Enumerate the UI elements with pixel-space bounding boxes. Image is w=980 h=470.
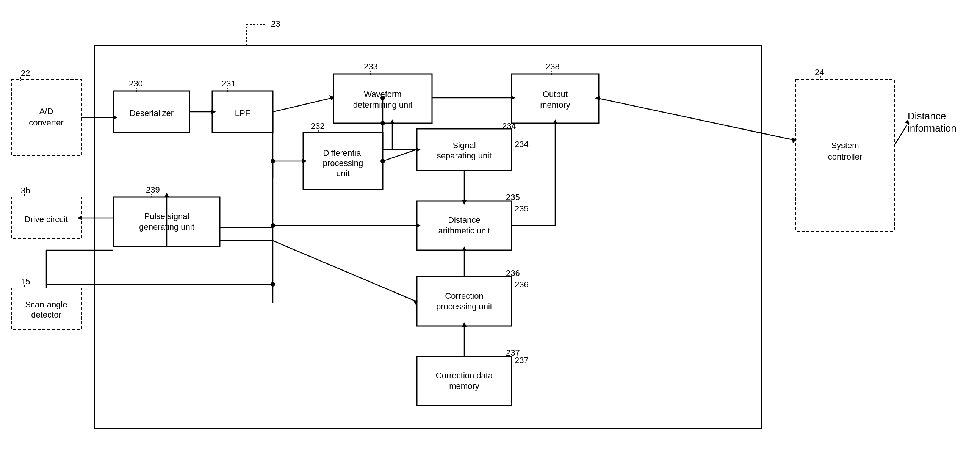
dist-arith-label1: Distance — [448, 215, 480, 225]
distance-info-label1: Distance — [908, 110, 946, 122]
ref-231: 231 — [222, 79, 236, 88]
corr-data-label1: Correction data — [436, 371, 493, 380]
ref-239: 239 — [146, 185, 160, 194]
drive-circuit-label: Drive circuit — [25, 215, 68, 224]
ref-23: 23 — [271, 19, 280, 29]
dist-arith-label2: arithmetic unit — [439, 226, 490, 235]
corr-proc-label1: Correction — [445, 291, 483, 301]
svg-marker-71 — [462, 246, 466, 251]
output-memory-label2: memory — [540, 100, 570, 110]
corr-proc-label2: processing unit — [436, 302, 492, 311]
ref-234-text: 234 — [515, 140, 529, 149]
sys-ctrl-label2: controller — [828, 152, 862, 161]
svg-marker-30 — [113, 115, 118, 120]
ad-converter-label2: converter — [29, 118, 64, 127]
ref-15: 15 — [21, 277, 30, 286]
svg-marker-38 — [302, 159, 307, 163]
svg-line-77 — [895, 125, 907, 144]
ref-24: 24 — [815, 67, 824, 77]
ref-238: 238 — [546, 62, 560, 71]
svg-marker-49 — [462, 200, 466, 205]
ref-3b: 3b — [21, 186, 30, 195]
svg-line-65 — [273, 241, 416, 301]
ref-230: 230 — [129, 79, 143, 88]
deserializer-label: Deserializer — [130, 108, 173, 118]
svg-line-33 — [273, 98, 333, 112]
ref-232: 232 — [311, 121, 325, 131]
svg-marker-40 — [511, 96, 515, 100]
ref-234: 234 — [502, 121, 516, 131]
svg-point-63 — [270, 223, 275, 228]
svg-marker-76 — [595, 96, 600, 100]
ref-235: 235 — [506, 193, 520, 202]
lpf-label: LPF — [235, 108, 250, 118]
ad-converter-label: A/D — [40, 107, 53, 116]
signal-sep-label2: separating unit — [437, 151, 492, 160]
ref-236: 236 — [506, 268, 520, 278]
distance-info-label2: information — [908, 123, 956, 134]
scan-angle-label2: detector — [31, 310, 61, 320]
ref-236-text: 236 — [515, 280, 529, 289]
signal-sep-label1: Signal — [452, 141, 476, 150]
svg-marker-51 — [77, 216, 82, 220]
svg-point-80 — [380, 121, 385, 126]
ref-237-text: 237 — [515, 355, 529, 365]
diff-label2: processing — [323, 158, 363, 168]
output-memory-label1: Output — [542, 89, 568, 99]
ref-22: 22 — [21, 68, 30, 78]
svg-marker-58 — [164, 193, 169, 197]
svg-marker-69 — [553, 119, 557, 124]
svg-marker-45 — [390, 119, 395, 124]
sys-ctrl-label1: System — [831, 141, 859, 150]
svg-marker-43 — [416, 147, 421, 152]
ref-235-text: 235 — [515, 204, 529, 213]
svg-marker-62 — [416, 223, 421, 228]
svg-marker-32 — [212, 110, 216, 114]
diagram-container: 23 A/D converter 22 Drive circuit 3b Sca… — [0, 0, 980, 470]
diff-label3: unit — [336, 169, 349, 178]
svg-line-74 — [600, 99, 795, 140]
ref-233: 233 — [364, 62, 378, 71]
diff-label1: Differential — [323, 148, 363, 158]
svg-line-47 — [383, 150, 416, 161]
corr-data-label2: memory — [449, 381, 479, 391]
scan-angle-label1: Scan-angle — [25, 300, 67, 309]
svg-rect-0 — [95, 46, 762, 428]
svg-marker-73 — [462, 322, 466, 327]
